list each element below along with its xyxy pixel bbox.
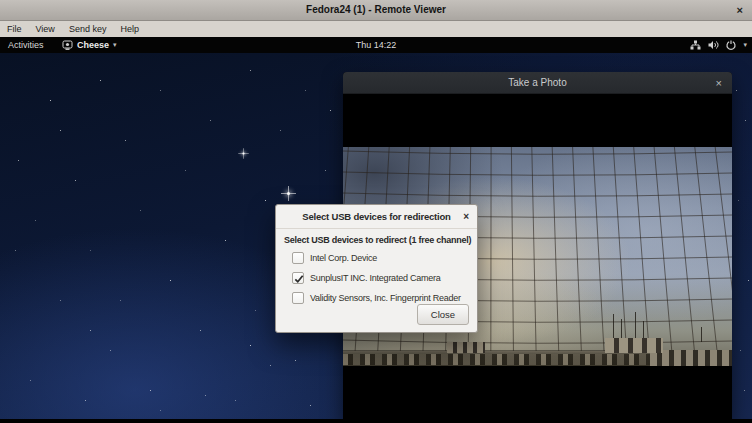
buildings-skyline [343, 339, 732, 366]
antenna [635, 312, 636, 338]
usb-dialog-close-icon[interactable]: × [463, 205, 469, 229]
device-label[interactable]: Validity Sensors, Inc. Fingerprint Reade… [310, 293, 461, 303]
usb-dialog-close-button[interactable]: Close [417, 304, 469, 325]
window-title: Fedora24 (1) - Remote Viewer [0, 0, 752, 20]
device-label[interactable]: Intel Corp. Device [310, 253, 377, 263]
checkmark-icon [294, 274, 304, 284]
chevron-down-icon: ▾ [743, 41, 747, 49]
device-row-sunplusit: SunplusIT INC. Integrated Camera [292, 271, 477, 285]
remote-viewer-titlebar[interactable]: Fedora24 (1) - Remote Viewer × [0, 0, 752, 21]
menu-help[interactable]: Help [113, 21, 146, 37]
menu-send-key[interactable]: Send key [62, 21, 114, 37]
system-status-menu[interactable]: ▾ [690, 37, 747, 53]
usb-dialog-heading: Select USB devices to redirect (1 free c… [284, 235, 469, 245]
device-checkbox[interactable] [292, 252, 304, 264]
rooftop-structure [605, 338, 663, 353]
starfield [0, 53, 1, 54]
clock[interactable]: Thu 14:22 [0, 37, 752, 53]
network-icon [690, 40, 701, 50]
take-a-photo-close-icon[interactable]: × [716, 72, 722, 94]
device-row-validity: Validity Sensors, Inc. Fingerprint Reade… [292, 291, 477, 305]
take-a-photo-titlebar[interactable]: Take a Photo × [343, 72, 732, 94]
usb-dialog-titlebar[interactable]: Select USB devices for redirection × [276, 205, 477, 229]
usb-redirect-dialog: Select USB devices for redirection × Sel… [275, 204, 478, 333]
device-checkbox[interactable] [292, 272, 304, 284]
window-close-icon[interactable]: × [737, 0, 743, 20]
bright-star [287, 192, 290, 195]
device-row-intel: Intel Corp. Device [292, 251, 477, 265]
device-label[interactable]: SunplusIT INC. Integrated Camera [310, 273, 440, 283]
antenna [613, 314, 614, 338]
antenna [701, 327, 702, 342]
antenna [643, 321, 644, 338]
antenna [621, 319, 622, 338]
menu-file[interactable]: File [0, 21, 29, 37]
usb-dialog-title: Select USB devices for redirection [276, 205, 477, 229]
device-checkbox[interactable] [292, 292, 304, 304]
take-a-photo-title: Take a Photo [343, 72, 732, 94]
bright-star [242, 152, 244, 154]
menubar: File View Send key Help [0, 21, 752, 37]
gnome-topbar: Activities Cheese ▾ Thu 14:22 ▾ [0, 37, 752, 53]
volume-icon [708, 40, 719, 50]
rooftop-structure [447, 342, 485, 353]
letterbox-strip [0, 419, 752, 423]
power-icon [726, 40, 736, 50]
menu-view[interactable]: View [29, 21, 62, 37]
